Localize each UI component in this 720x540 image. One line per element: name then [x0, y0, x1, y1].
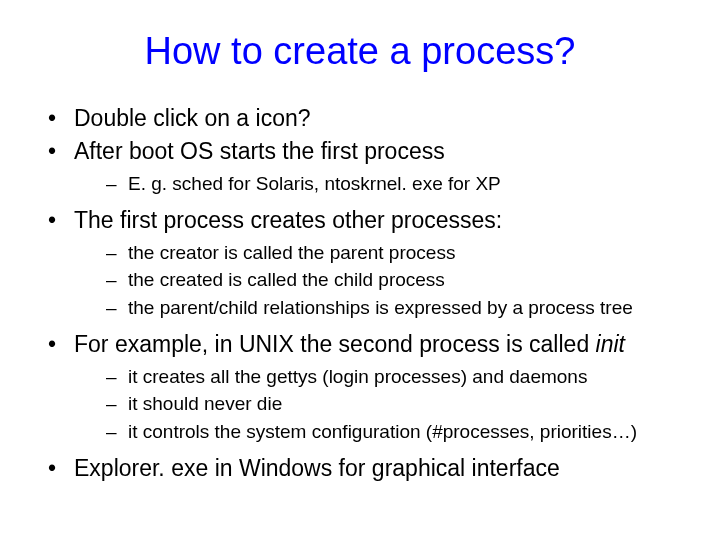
sub-bullet-text: the created is called the child process [128, 269, 445, 290]
sub-bullet-text: the creator is called the parent process [128, 242, 455, 263]
sub-bullet-text: E. g. sched for Solaris, ntoskrnel. exe … [128, 173, 501, 194]
sub-bullet-list: E. g. sched for Solaris, ntoskrnel. exe … [74, 171, 702, 197]
sub-bullet-text: it should never die [128, 393, 282, 414]
bullet-item: Explorer. exe in Windows for graphical i… [48, 453, 702, 484]
bullet-list: Double click on a icon? After boot OS st… [18, 103, 702, 484]
bullet-item: For example, in UNIX the second process … [48, 329, 702, 445]
sub-bullet-item: the creator is called the parent process [106, 240, 702, 266]
bullet-text: After boot OS starts the first process [74, 138, 445, 164]
bullet-item: Double click on a icon? [48, 103, 702, 134]
bullet-item: The first process creates other processe… [48, 205, 702, 321]
bullet-text: Explorer. exe in Windows for graphical i… [74, 455, 560, 481]
sub-bullet-list: it creates all the gettys (login process… [74, 364, 702, 445]
slide-title: How to create a process? [18, 30, 702, 73]
bullet-text-prefix: For example, in UNIX the second process … [74, 331, 596, 357]
bullet-text: Double click on a icon? [74, 105, 311, 131]
sub-bullet-text: it controls the system configuration (#p… [128, 421, 637, 442]
slide: How to create a process? Double click on… [0, 0, 720, 540]
sub-bullet-text: the parent/child relationships is expres… [128, 297, 633, 318]
bullet-text-italic: init [596, 331, 625, 357]
sub-bullet-item: the created is called the child process [106, 267, 702, 293]
sub-bullet-text: it creates all the gettys (login process… [128, 366, 587, 387]
bullet-text: The first process creates other processe… [74, 207, 502, 233]
sub-bullet-list: the creator is called the parent process… [74, 240, 702, 321]
bullet-item: After boot OS starts the first process E… [48, 136, 702, 197]
sub-bullet-item: the parent/child relationships is expres… [106, 295, 702, 321]
sub-bullet-item: E. g. sched for Solaris, ntoskrnel. exe … [106, 171, 702, 197]
sub-bullet-item: it should never die [106, 391, 702, 417]
sub-bullet-item: it controls the system configuration (#p… [106, 419, 702, 445]
sub-bullet-item: it creates all the gettys (login process… [106, 364, 702, 390]
